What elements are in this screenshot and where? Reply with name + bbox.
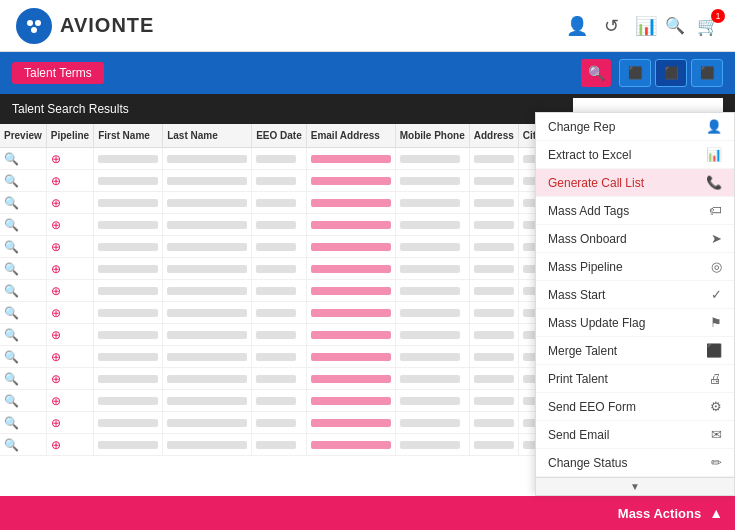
- dropdown-item[interactable]: Send Email✉: [536, 421, 734, 449]
- cell-pipeline: ⊕: [46, 148, 93, 170]
- dropdown-item-label: Merge Talent: [548, 344, 617, 358]
- table-cell: [395, 434, 469, 456]
- cell-pipeline: ⊕: [46, 390, 93, 412]
- pipeline-icon[interactable]: ⊕: [51, 372, 61, 386]
- cell-preview: 🔍: [0, 280, 46, 302]
- dropdown-item-icon: 👤: [706, 119, 722, 134]
- pipeline-icon[interactable]: ⊕: [51, 240, 61, 254]
- dropdown-item[interactable]: Mass Onboard➤: [536, 225, 734, 253]
- table-cell: [252, 390, 307, 412]
- preview-icon[interactable]: 🔍: [4, 174, 19, 188]
- preview-icon[interactable]: 🔍: [4, 306, 19, 320]
- action-btn-2[interactable]: ⬛: [655, 59, 687, 87]
- pipeline-icon[interactable]: ⊕: [51, 306, 61, 320]
- user-icon[interactable]: 👤: [566, 15, 588, 37]
- dropdown-item[interactable]: Extract to Excel📊: [536, 141, 734, 169]
- preview-icon[interactable]: 🔍: [4, 218, 19, 232]
- table-cell: [94, 236, 163, 258]
- mass-actions-arrow[interactable]: ▲: [709, 505, 723, 521]
- pipeline-icon[interactable]: ⊕: [51, 152, 61, 166]
- table-cell: [469, 390, 518, 412]
- table-cell: [306, 390, 395, 412]
- talent-terms-button[interactable]: Talent Terms: [12, 62, 104, 84]
- table-cell: [395, 280, 469, 302]
- dropdown-item[interactable]: Generate Call List📞: [536, 169, 734, 197]
- table-cell: [252, 302, 307, 324]
- preview-icon[interactable]: 🔍: [4, 240, 19, 254]
- cell-preview: 🔍: [0, 148, 46, 170]
- pipeline-icon[interactable]: ⊕: [51, 262, 61, 276]
- pipeline-icon[interactable]: ⊕: [51, 438, 61, 452]
- action-btn-3[interactable]: ⬛: [691, 59, 723, 87]
- table-cell: [395, 368, 469, 390]
- preview-icon[interactable]: 🔍: [4, 328, 19, 342]
- table-cell: [252, 346, 307, 368]
- table-cell: [163, 412, 252, 434]
- dropdown-item-label: Change Rep: [548, 120, 615, 134]
- table-cell: [252, 170, 307, 192]
- pipeline-icon[interactable]: ⊕: [51, 196, 61, 210]
- dropdown-item[interactable]: Change Rep👤: [536, 113, 734, 141]
- pipeline-icon[interactable]: ⊕: [51, 416, 61, 430]
- dropdown-item[interactable]: Mass Start✓: [536, 281, 734, 309]
- mass-actions-dropdown: Change Rep👤Extract to Excel📊Generate Cal…: [535, 112, 735, 496]
- table-cell: [163, 302, 252, 324]
- action-btn-1[interactable]: ⬛: [619, 59, 651, 87]
- bar-chart-icon[interactable]: 📊: [635, 15, 657, 37]
- dropdown-scroll-indicator: ▼: [536, 477, 734, 495]
- dropdown-item[interactable]: Mass Add Tags🏷: [536, 197, 734, 225]
- table-cell: [469, 192, 518, 214]
- search-button[interactable]: 🔍: [581, 59, 611, 87]
- table-cell: [306, 148, 395, 170]
- col-eeo: EEO Date: [252, 124, 307, 148]
- table-cell: [163, 280, 252, 302]
- search-icon[interactable]: 🔍: [665, 16, 685, 35]
- dropdown-item[interactable]: Send EEO Form⚙: [536, 393, 734, 421]
- dropdown-item-icon: ⚑: [710, 315, 722, 330]
- table-cell: [94, 302, 163, 324]
- table-cell: [469, 280, 518, 302]
- header-icons: 👤 ↺ 📊: [566, 15, 657, 37]
- table-cell: [252, 280, 307, 302]
- pipeline-icon[interactable]: ⊕: [51, 394, 61, 408]
- preview-icon[interactable]: 🔍: [4, 196, 19, 210]
- pipeline-icon[interactable]: ⊕: [51, 328, 61, 342]
- cell-pipeline: ⊕: [46, 170, 93, 192]
- cell-preview: 🔍: [0, 192, 46, 214]
- preview-icon[interactable]: 🔍: [4, 416, 19, 430]
- table-cell: [252, 258, 307, 280]
- table-cell: [469, 302, 518, 324]
- dropdown-item-label: Mass Add Tags: [548, 204, 629, 218]
- preview-icon[interactable]: 🔍: [4, 372, 19, 386]
- pipeline-icon[interactable]: ⊕: [51, 174, 61, 188]
- dropdown-item[interactable]: Mass Pipeline◎: [536, 253, 734, 281]
- preview-icon[interactable]: 🔍: [4, 394, 19, 408]
- dropdown-item[interactable]: Print Talent🖨: [536, 365, 734, 393]
- pipeline-icon[interactable]: ⊕: [51, 218, 61, 232]
- preview-icon[interactable]: 🔍: [4, 350, 19, 364]
- table-cell: [306, 302, 395, 324]
- dropdown-item-icon: ⚙: [710, 399, 722, 414]
- cell-pipeline: ⊕: [46, 324, 93, 346]
- preview-icon[interactable]: 🔍: [4, 438, 19, 452]
- table-cell: [395, 324, 469, 346]
- pipeline-icon[interactable]: ⊕: [51, 350, 61, 364]
- table-cell: [306, 258, 395, 280]
- table-cell: [306, 214, 395, 236]
- dropdown-item-label: Send EEO Form: [548, 400, 636, 414]
- preview-icon[interactable]: 🔍: [4, 284, 19, 298]
- pipeline-icon[interactable]: ⊕: [51, 284, 61, 298]
- dropdown-item[interactable]: Mass Update Flag⚑: [536, 309, 734, 337]
- preview-icon[interactable]: 🔍: [4, 262, 19, 276]
- cart-icon[interactable]: 🛒 1: [697, 15, 719, 37]
- table-cell: [306, 236, 395, 258]
- dropdown-item[interactable]: Change Status✏: [536, 449, 734, 477]
- cell-preview: 🔍: [0, 258, 46, 280]
- table-cell: [163, 192, 252, 214]
- table-cell: [94, 280, 163, 302]
- refresh-icon[interactable]: ↺: [604, 15, 619, 37]
- preview-icon[interactable]: 🔍: [4, 152, 19, 166]
- dropdown-item[interactable]: Merge Talent⬛: [536, 337, 734, 365]
- table-cell: [469, 236, 518, 258]
- table-cell: [94, 324, 163, 346]
